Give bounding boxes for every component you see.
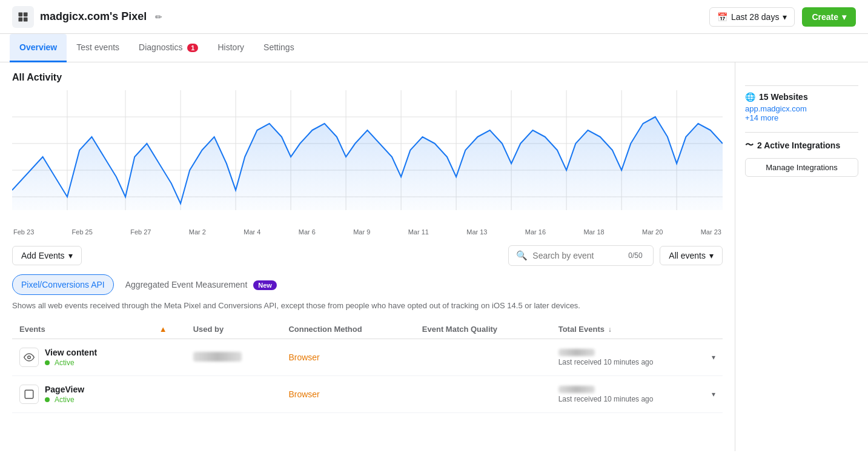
svg-rect-21 [25, 390, 33, 398]
blurred-total [558, 349, 595, 356]
more-link[interactable]: +14 more [745, 113, 858, 122]
event-name-cell: View content Active [19, 348, 145, 367]
svg-rect-1 [24, 12, 28, 16]
diagnostics-badge: 1 [187, 44, 198, 52]
blurred-used-by [193, 352, 242, 362]
activity-icon: 〜 [745, 140, 754, 151]
event-cell-pageview: PageView Active [12, 376, 152, 413]
blurred-total-pv [558, 386, 595, 393]
connection-method-vc: Browser [288, 352, 319, 362]
chart-area [12, 90, 723, 223]
create-label: Create [812, 12, 838, 22]
svg-point-20 [28, 356, 31, 359]
chart-label-mar11: Mar 11 [408, 228, 429, 236]
website-link[interactable]: app.madgicx.com [745, 104, 858, 113]
top-bar-right: 📅 Last 28 days ▾ Create ▾ [709, 7, 856, 27]
col-used-by: Used by [186, 320, 282, 339]
last-received-vc: Last received 10 minutes ago [558, 358, 654, 366]
total-pv: Last received 10 minutes ago ▾ [551, 376, 723, 413]
connection-method-pv: Browser [288, 389, 319, 399]
status-text-pv: Active [55, 395, 75, 404]
expand-row-vc[interactable]: ▾ [712, 353, 715, 362]
right-panel: 🌐 15 Websites app.madgicx.com +14 more 〜… [735, 62, 868, 451]
used-by-pv [186, 376, 282, 413]
warning-cell-pv [152, 376, 186, 413]
websites-header: 🌐 15 Websites [745, 92, 858, 102]
tab-settings[interactable]: Settings [254, 34, 304, 62]
add-events-label: Add Events [21, 251, 65, 260]
activity-chart [12, 90, 723, 223]
search-input[interactable] [532, 251, 623, 260]
sub-tabs: Pixel/Conversions API Aggregated Event M… [12, 274, 723, 295]
all-events-button[interactable]: All events ▾ [660, 246, 723, 265]
integrations-count: 2 Active Integrations [757, 141, 840, 150]
col-warning: ▲ [152, 320, 186, 339]
calendar-icon: 📅 [717, 12, 727, 22]
event-name-pageview: PageView [45, 385, 84, 394]
col-event-match-quality: Event Match Quality [415, 320, 551, 339]
edit-icon[interactable]: ✏ [155, 12, 162, 22]
main-content: All Activity [0, 62, 868, 451]
col-connection-method: Connection Method [281, 320, 414, 339]
add-events-button[interactable]: Add Events ▾ [12, 246, 82, 265]
col-events: Events [12, 320, 152, 339]
new-badge: New [253, 280, 277, 290]
chart-labels: Feb 23 Feb 25 Feb 27 Mar 2 Mar 4 Mar 6 M… [12, 228, 723, 236]
date-range-button[interactable]: 📅 Last 28 days ▾ [709, 7, 795, 27]
event-status-view-content: Active [45, 357, 97, 367]
event-info-pv: PageView Active [45, 385, 84, 404]
all-events-label: All events [669, 251, 706, 260]
col-total-events: Total Events ↓ [551, 320, 723, 339]
tab-history[interactable]: History [208, 34, 254, 62]
warning-cell-vc [152, 339, 186, 376]
toolbar: Add Events ▾ 🔍 0/50 All events ▾ [12, 245, 723, 266]
warning-icon: ▲ [159, 325, 167, 334]
total-info-pv: Last received 10 minutes ago [558, 386, 654, 403]
sub-tab-pixel-label: Pixel/Conversions API [21, 280, 105, 289]
svg-rect-3 [24, 17, 28, 21]
sub-tab-pixel[interactable]: Pixel/Conversions API [12, 274, 114, 295]
left-panel: All Activity [0, 62, 735, 451]
emq-vc [415, 339, 551, 376]
tab-test-events[interactable]: Test events [67, 34, 129, 62]
status-text: Active [55, 359, 75, 367]
chevron-down-icon-events: ▾ [709, 251, 714, 260]
status-dot-active [45, 360, 50, 365]
total-info-vc: Last received 10 minutes ago [558, 349, 654, 366]
event-status-pageview: Active [45, 394, 84, 404]
chevron-down-icon-create: ▾ [842, 12, 846, 22]
event-cell-view-content: View content Active [12, 339, 152, 376]
table-row: View content Active B [12, 339, 723, 376]
create-button[interactable]: Create ▾ [802, 7, 856, 27]
integrations-header: 〜 2 Active Integrations [745, 140, 858, 151]
manage-integrations-label: Manage Integrations [766, 163, 838, 172]
svg-rect-0 [19, 12, 23, 16]
integrations-section: 〜 2 Active Integrations Manage Integrati… [745, 140, 858, 177]
table-row: PageView Active Browser [12, 376, 723, 413]
search-box: 🔍 0/50 [508, 245, 654, 266]
event-name-view-content: View content [45, 348, 97, 357]
chart-label-mar18: Mar 18 [583, 228, 604, 236]
sub-tab-aem[interactable]: Aggregated Event Measurement New [116, 274, 286, 295]
divider-mid [745, 132, 858, 133]
expand-row-pv[interactable]: ▾ [712, 390, 715, 398]
tab-overview[interactable]: Overview [10, 34, 67, 62]
tab-diagnostics[interactable]: Diagnostics 1 [129, 34, 208, 62]
globe-icon: 🌐 [745, 92, 755, 102]
emq-pv [415, 376, 551, 413]
connection-pv: Browser [281, 376, 414, 413]
chart-label-mar4: Mar 4 [244, 228, 260, 236]
chart-label-feb27: Feb 27 [130, 228, 151, 236]
manage-integrations-button[interactable]: Manage Integrations [745, 158, 858, 177]
chart-label-feb23: Feb 23 [13, 228, 34, 236]
last-received-pv: Last received 10 minutes ago [558, 395, 654, 403]
view-content-icon [19, 348, 39, 367]
chart-label-mar9: Mar 9 [353, 228, 370, 236]
events-table: Events ▲ Used by Connection Method Event… [12, 320, 723, 413]
pageview-icon [19, 385, 39, 404]
chart-label-mar13: Mar 13 [466, 228, 487, 236]
nav-tabs: Overview Test events Diagnostics 1 Histo… [0, 34, 868, 62]
section-title: All Activity [12, 72, 723, 83]
page-title: madgicx.com's Pixel [40, 10, 147, 23]
chart-label-mar16: Mar 16 [525, 228, 546, 236]
